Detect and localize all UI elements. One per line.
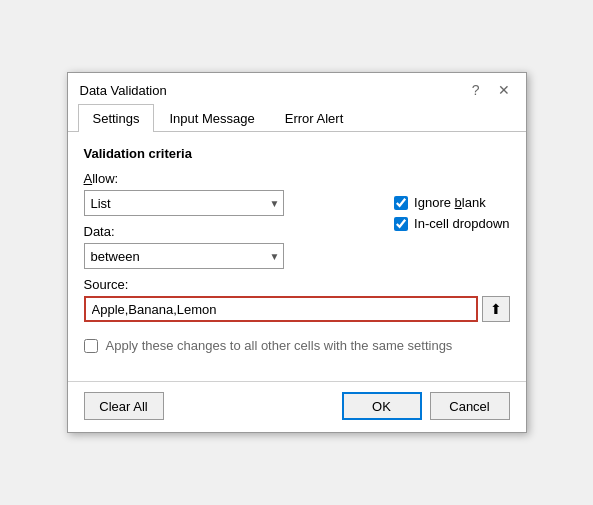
title-bar-controls: ? ✕ [468, 81, 514, 99]
in-cell-dropdown-checkbox[interactable] [394, 217, 408, 231]
data-label: Data: [84, 224, 375, 239]
apply-changes-label: Apply these changes to all other cells w… [106, 338, 453, 353]
source-input-wrapper: ⬆ [84, 296, 510, 322]
allow-label: Allow: [84, 171, 375, 186]
source-label: Source: [84, 277, 510, 292]
data-select-wrapper: between ▼ [84, 243, 284, 269]
form-right: Ignore blank In-cell dropdown [394, 171, 509, 231]
ok-button[interactable]: OK [342, 392, 422, 420]
button-row: Clear All OK Cancel [68, 392, 526, 432]
data-select[interactable]: between [84, 243, 284, 269]
tab-error-alert[interactable]: Error Alert [270, 104, 359, 132]
source-row: Source: ⬆ [84, 277, 510, 322]
dialog-title: Data Validation [80, 83, 167, 98]
ignore-blank-checkbox[interactable] [394, 196, 408, 210]
source-expand-button[interactable]: ⬆ [482, 296, 510, 322]
in-cell-dropdown-label: In-cell dropdown [414, 216, 509, 231]
dialog: Data Validation ? ✕ Settings Input Messa… [67, 72, 527, 433]
form-left: Allow: List ▼ Data: between ▼ [84, 171, 375, 269]
expand-icon: ⬆ [490, 301, 502, 317]
tab-input-message-label: Input Message [169, 111, 254, 126]
divider [68, 381, 526, 382]
apply-changes-checkbox[interactable] [84, 339, 98, 353]
ignore-blank-label: Ignore blank [414, 195, 486, 210]
help-button[interactable]: ? [468, 81, 484, 99]
allow-select[interactable]: List [84, 190, 284, 216]
cancel-button[interactable]: Cancel [430, 392, 510, 420]
section-title: Validation criteria [84, 146, 510, 161]
in-cell-dropdown-row: In-cell dropdown [394, 216, 509, 231]
tabs-container: Settings Input Message Error Alert [68, 103, 526, 132]
clear-all-button[interactable]: Clear All [84, 392, 164, 420]
tab-settings-label: Settings [93, 111, 140, 126]
settings-content: Validation criteria Allow: List ▼ Data: [68, 132, 526, 373]
allow-label-text: llow: [92, 171, 118, 186]
allow-select-wrapper: List ▼ [84, 190, 284, 216]
criteria-row: Allow: List ▼ Data: between ▼ [84, 171, 510, 269]
right-buttons: OK Cancel [342, 392, 510, 420]
title-bar: Data Validation ? ✕ [68, 73, 526, 103]
close-button[interactable]: ✕ [494, 81, 514, 99]
tab-input-message[interactable]: Input Message [154, 104, 269, 132]
tab-settings[interactable]: Settings [78, 104, 155, 132]
apply-row: Apply these changes to all other cells w… [84, 338, 510, 353]
source-input[interactable] [84, 296, 478, 322]
data-field-row: Data: between ▼ [84, 224, 375, 269]
ignore-blank-row: Ignore blank [394, 195, 509, 210]
tab-error-alert-label: Error Alert [285, 111, 344, 126]
